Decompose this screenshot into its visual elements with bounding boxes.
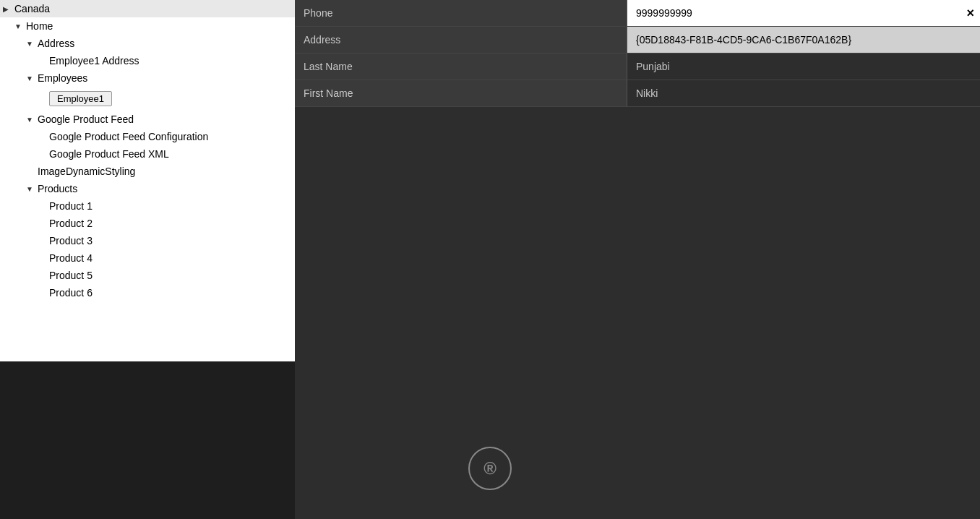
btn-employee1-btn[interactable]: Employee1 — [49, 91, 112, 106]
form-value-text-phone: 9999999999 — [636, 7, 692, 19]
form-row-last-name: Last NamePunjabi — [295, 53, 980, 80]
tree-arrow-address: ▼ — [26, 40, 38, 48]
form-panel: Phone9999999999×Address{05D18843-F81B-4C… — [295, 0, 980, 519]
tree-label-product1: Product 1 — [49, 200, 93, 212]
tree-item-home[interactable]: ▼Home — [0, 17, 295, 35]
form-value-text-address: {05D18843-F81B-4CD5-9CA6-C1B67F0A162B} — [636, 34, 851, 46]
tree-item-employees[interactable]: ▼Employees — [0, 69, 295, 87]
tree-label-address: Address — [38, 38, 74, 49]
tree-item-employee1-address[interactable]: Employee1 Address — [0, 52, 295, 69]
tree-item-product1[interactable]: Product 1 — [0, 197, 295, 215]
form-label-first-name: First Name — [295, 80, 627, 106]
tree-item-employee1-btn[interactable]: Employee1 — [0, 87, 295, 111]
form-label-phone: Phone — [295, 0, 627, 26]
form-value-text-last-name: Punjabi — [636, 61, 670, 72]
circle-logo: ® — [468, 447, 512, 490]
close-button[interactable]: × — [966, 6, 974, 21]
tree-arrow-canada: ▶ — [3, 5, 14, 13]
tree-label-product3: Product 3 — [49, 235, 93, 246]
tree-item-product6[interactable]: Product 6 — [0, 284, 295, 301]
main-layout: ▶Canada▼Home▼AddressEmployee1 Address▼Em… — [0, 0, 980, 519]
tree-arrow-google-product-feed: ▼ — [26, 116, 38, 124]
tree-item-canada[interactable]: ▶Canada — [0, 0, 295, 17]
tree-arrow-products: ▼ — [26, 185, 38, 193]
tree-panel: ▶Canada▼Home▼AddressEmployee1 Address▼Em… — [0, 0, 295, 361]
tree-item-google-product-feed-config[interactable]: Google Product Feed Configuration — [0, 128, 295, 145]
tree-item-product3[interactable]: Product 3 — [0, 232, 295, 249]
tree-arrow-employees: ▼ — [26, 74, 38, 82]
tree-item-address[interactable]: ▼Address — [0, 35, 295, 52]
form-row-first-name: First NameNikki — [295, 80, 980, 107]
tree-item-google-product-feed[interactable]: ▼Google Product Feed — [0, 111, 295, 128]
form-value-text-first-name: Nikki — [636, 87, 658, 99]
form-label-last-name: Last Name — [295, 53, 627, 80]
tree-label-employees: Employees — [38, 72, 87, 84]
tree-label-product4: Product 4 — [49, 252, 93, 264]
form-value-first-name[interactable]: Nikki — [627, 80, 980, 106]
tree-label-google-product-feed-config: Google Product Feed Configuration — [49, 131, 208, 142]
tree-arrow-home: ▼ — [14, 22, 26, 30]
tree-label-home: Home — [26, 20, 53, 32]
logo-symbol: ® — [483, 458, 497, 479]
tree-label-product5: Product 5 — [49, 270, 93, 281]
tree-item-product5[interactable]: Product 5 — [0, 267, 295, 284]
tree-label-employee1-address: Employee1 Address — [49, 55, 139, 67]
tree-item-products[interactable]: ▼Products — [0, 180, 295, 197]
tree-label-google-product-feed: Google Product Feed — [38, 113, 134, 125]
tree-item-google-product-feed-xml[interactable]: Google Product Feed XML — [0, 145, 295, 163]
form-value-phone[interactable]: 9999999999× — [627, 0, 980, 26]
tree-label-product6: Product 6 — [49, 287, 93, 299]
form-label-address: Address — [295, 27, 627, 53]
form-row-phone: Phone9999999999× — [295, 0, 980, 27]
tree-item-product2[interactable]: Product 2 — [0, 215, 295, 232]
bottom-area: ® — [468, 447, 512, 490]
form-value-address[interactable]: {05D18843-F81B-4CD5-9CA6-C1B67F0A162B} — [627, 27, 980, 53]
tree-item-image-dynamic-styling[interactable]: ImageDynamicStyling — [0, 163, 295, 180]
tree-label-products: Products — [38, 183, 77, 194]
tree-item-product4[interactable]: Product 4 — [0, 249, 295, 267]
tree-label-google-product-feed-xml: Google Product Feed XML — [49, 148, 169, 160]
tree-label-product2: Product 2 — [49, 218, 93, 229]
form-row-address: Address{05D18843-F81B-4CD5-9CA6-C1B67F0A… — [295, 27, 980, 53]
form-value-last-name[interactable]: Punjabi — [627, 53, 980, 80]
tree-label-image-dynamic-styling: ImageDynamicStyling — [38, 166, 135, 177]
tree-label-canada: Canada — [14, 3, 50, 14]
